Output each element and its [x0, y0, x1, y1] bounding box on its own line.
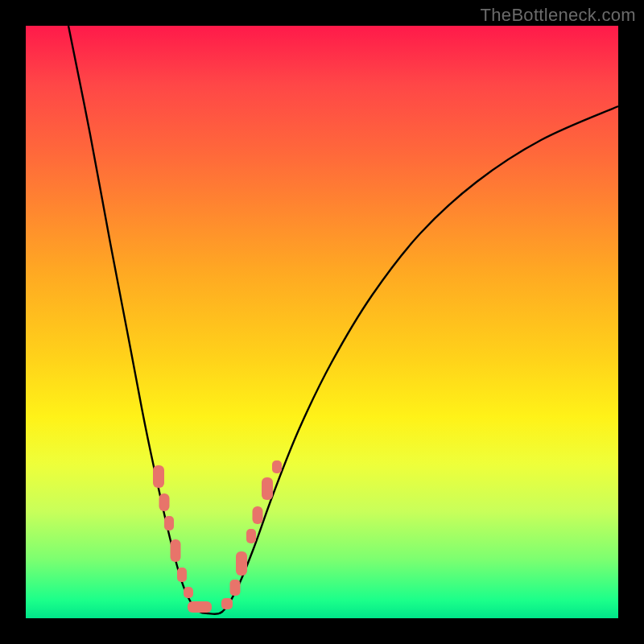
bead-marker — [171, 539, 181, 562]
bead-marker — [253, 506, 263, 524]
bead-marker — [177, 568, 187, 582]
curve-svg — [26, 26, 618, 618]
gradient-plot-area — [26, 26, 618, 618]
beads-group — [153, 460, 282, 613]
bead-marker — [184, 587, 193, 598]
v-curve — [68, 26, 618, 614]
bead-marker — [236, 551, 247, 576]
bead-marker — [153, 465, 164, 488]
bead-marker — [230, 580, 241, 596]
bead-marker — [262, 477, 273, 500]
bead-marker — [159, 493, 170, 511]
bead-marker — [246, 529, 256, 543]
bead-marker — [272, 460, 282, 473]
watermark-label: TheBottleneck.com — [481, 5, 636, 26]
bead-marker — [188, 601, 212, 613]
bead-marker — [164, 516, 174, 530]
bead-marker — [221, 598, 233, 609]
